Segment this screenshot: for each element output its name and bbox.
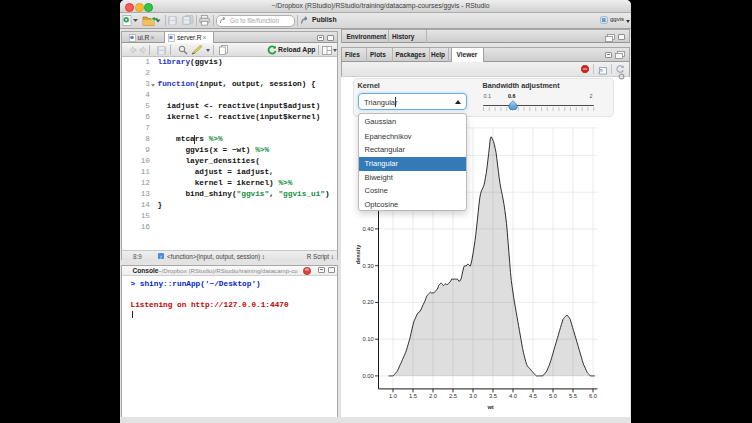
svg-text:2.0: 2.0: [428, 393, 436, 399]
svg-text:0.40: 0.40: [362, 226, 373, 232]
svg-text:R: R: [602, 17, 607, 23]
svg-text:2.5: 2.5: [448, 393, 456, 399]
svg-text:0.30: 0.30: [362, 263, 373, 269]
svg-text:6.0: 6.0: [588, 393, 596, 399]
svg-text:0.00: 0.00: [362, 373, 373, 379]
svg-text:3.0: 3.0: [468, 393, 476, 399]
svg-text:5.5: 5.5: [568, 393, 576, 399]
svg-text:4.0: 4.0: [508, 393, 516, 399]
svg-text:1.5: 1.5: [408, 393, 416, 399]
svg-text:density: density: [355, 244, 361, 264]
svg-text:3.5: 3.5: [488, 393, 496, 399]
svg-text:0.10: 0.10: [362, 336, 373, 342]
svg-text:5.0: 5.0: [548, 393, 556, 399]
svg-text:0.20: 0.20: [362, 299, 373, 305]
svg-text:1.0: 1.0: [388, 393, 396, 399]
svg-text:4.5: 4.5: [528, 393, 536, 399]
svg-text:wt: wt: [486, 404, 493, 410]
